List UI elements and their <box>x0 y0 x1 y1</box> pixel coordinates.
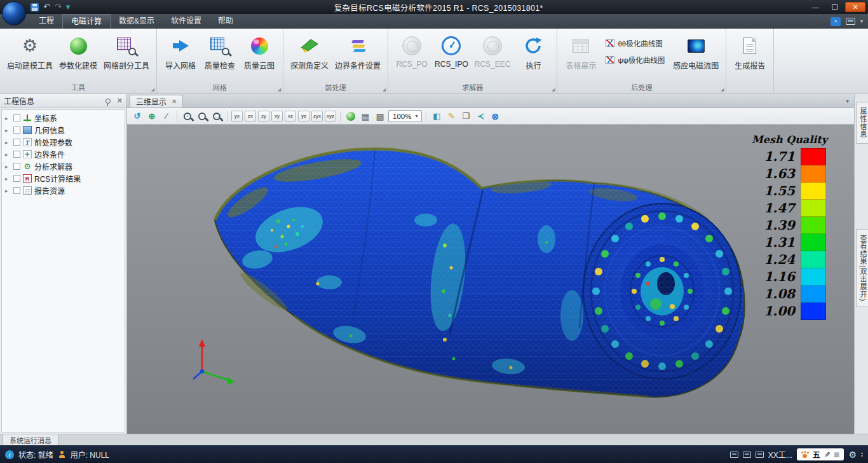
checkbox[interactable] <box>13 151 20 158</box>
group-dialog-launcher-icon[interactable]: ◢ <box>552 87 555 92</box>
view-orientation-button[interactable]: xy <box>271 111 283 121</box>
side-tab-view-results[interactable]: 查看结果(双击展开) <box>856 229 868 307</box>
tree-item-preprocess-params[interactable]: ▸ T 前处理参数 <box>2 136 125 148</box>
ime-toolbar[interactable]: 五 ✎ ▦ <box>797 448 844 460</box>
app-logo-icon[interactable] <box>2 1 26 25</box>
mesh-partition-tool-button[interactable]: 网格剖分工具 <box>100 32 153 71</box>
group-dialog-launcher-icon[interactable]: ◢ <box>278 87 281 92</box>
view-orientation-button[interactable]: xz <box>285 111 296 121</box>
ime-mode-label[interactable]: 五 <box>813 449 820 460</box>
copy-view-icon[interactable]: ❐ <box>459 110 472 123</box>
view-orientation-button[interactable]: zy <box>258 111 269 121</box>
tree-item-coordinate-system[interactable]: ▸ 坐标系 <box>2 112 125 124</box>
menu-tab-help[interactable]: 帮助 <box>210 14 241 29</box>
solver-rcs-po-button[interactable]: RCS_PO <box>392 32 431 69</box>
tree-item-boundary-conditions[interactable]: ▸ ✛ 边界条件 <box>2 148 125 160</box>
collapse-ribbon-icon[interactable]: ˄ <box>831 17 841 26</box>
quality-check-button[interactable]: 质量检查 <box>200 32 240 71</box>
menu-tab-em-computation[interactable]: 电磁计算 <box>62 14 111 29</box>
tree-item-analysis-solver[interactable]: ▸ ⚙ 分析求解器 <box>2 160 125 172</box>
wireframe-view-icon[interactable]: ▦ <box>359 110 372 123</box>
pin-icon[interactable] <box>105 99 111 104</box>
share-icon[interactable]: ≺ <box>474 110 487 123</box>
menu-tab-settings[interactable]: 软件设置 <box>163 14 210 29</box>
viewport-3d[interactable]: Mesh Quality 1.71 1.63 1.55 1.47 1.39 1.… <box>127 125 854 434</box>
induced-current-map-button[interactable]: 感应电磁流图 <box>670 32 722 71</box>
quality-cloud-button[interactable]: 质量云图 <box>240 32 279 71</box>
minimize-button[interactable]: — <box>807 2 824 12</box>
maximize-button[interactable] <box>826 2 843 12</box>
solver-rcs-eec-button[interactable]: RCS_EEC <box>471 32 514 69</box>
zoom-level-select[interactable]: 100% ▾ <box>388 110 422 122</box>
psi-polarization-curve-button[interactable]: ψψ极化曲线图 <box>603 53 667 66</box>
window-layout-icon[interactable] <box>756 452 764 458</box>
settings-gear-icon[interactable]: ⚙ <box>848 450 857 460</box>
display-settings-icon[interactable] <box>846 18 855 25</box>
rotate-view-icon[interactable]: ↺ <box>131 110 144 123</box>
ime-logo-icon[interactable] <box>801 451 809 459</box>
mesh-view-icon[interactable]: ▩ <box>374 110 386 123</box>
probe-angle-button[interactable]: 探测角定义 <box>287 32 332 71</box>
section-view-icon[interactable]: ◧ <box>430 110 443 123</box>
checkbox[interactable] <box>13 163 20 170</box>
close-button[interactable]: ✕ <box>845 2 865 12</box>
tab-3d-display[interactable]: 三维显示 ✕ <box>130 95 183 107</box>
view-orientation-button[interactable]: yz <box>298 111 309 121</box>
ime-skin-icon[interactable]: ✎ <box>823 452 831 457</box>
generate-report-button[interactable]: 生成报告 <box>730 32 770 71</box>
window-layout-icon[interactable] <box>730 452 738 458</box>
fit-view-icon[interactable]: ⊕ <box>146 110 158 123</box>
checkbox[interactable] <box>13 139 20 146</box>
import-mesh-button[interactable]: 导入网格 <box>161 32 200 71</box>
redo-icon[interactable]: ↷ <box>55 0 62 14</box>
panel-close-icon[interactable]: ✕ <box>117 97 123 105</box>
view-orientation-button[interactable]: zx <box>245 111 256 121</box>
expand-arrow-icon[interactable]: ▸ <box>5 115 11 121</box>
draw-line-icon[interactable]: ∕ <box>160 110 173 123</box>
zoom-out-icon[interactable]: − <box>196 110 208 123</box>
tree-item-rcs-results[interactable]: ▸ R RCS计算结果 <box>2 172 125 184</box>
view-orientation-button[interactable]: zyx <box>311 111 323 121</box>
boundary-settings-button[interactable]: 边界条件设置 <box>332 32 384 71</box>
zoom-window-icon[interactable]: □ <box>210 110 223 123</box>
undo-icon[interactable]: ↶ <box>43 0 50 14</box>
solver-rcs-ipo-button[interactable]: RCS_IPO <box>431 32 471 69</box>
expand-arrow-icon[interactable]: ▸ <box>5 163 11 170</box>
tab-close-icon[interactable]: ✕ <box>172 98 177 105</box>
ime-toolbox-icon[interactable]: ▦ <box>834 451 839 458</box>
tree-item-report-resources[interactable]: ▸ 报告资源 <box>2 184 125 197</box>
group-dialog-launcher-icon[interactable]: ◢ <box>151 87 154 92</box>
parametric-modeling-button[interactable]: 参数化建模 <box>56 32 100 71</box>
side-tab-properties[interactable]: 属性信息 <box>856 102 868 144</box>
group-dialog-launcher-icon[interactable]: ◢ <box>721 87 724 92</box>
clear-view-icon[interactable]: ⊗ <box>489 110 501 123</box>
save-icon[interactable] <box>31 3 39 11</box>
execute-button[interactable]: 执行 <box>513 32 553 71</box>
zoom-in-icon[interactable]: + <box>181 110 194 123</box>
menu-tab-project[interactable]: 工程 <box>31 14 62 29</box>
expand-arrow-icon[interactable]: ▸ <box>5 188 11 194</box>
expand-arrow-icon[interactable]: ▸ <box>5 127 11 134</box>
checkbox[interactable] <box>13 175 20 182</box>
checkbox[interactable] <box>13 114 20 121</box>
annotate-icon[interactable]: ✎ <box>445 110 458 123</box>
tab-list-dropdown-icon[interactable]: ▾ <box>846 98 849 104</box>
theta-polarization-curve-button[interactable]: θθ极化曲线图 <box>603 37 667 50</box>
model-3d-view[interactable] <box>127 125 854 434</box>
checkbox[interactable] <box>13 127 20 134</box>
shaded-view-icon[interactable] <box>344 110 357 123</box>
launch-modeler-button[interactable]: ⚙ 启动建模工具 <box>4 32 56 71</box>
table-display-button[interactable]: 表格展示 <box>561 32 600 71</box>
expand-arrow-icon[interactable]: ▸ <box>5 176 11 182</box>
expand-arrow-icon[interactable]: ▸ <box>5 139 11 146</box>
tree-item-geometry-info[interactable]: ▸ 几何信息 <box>2 124 125 136</box>
resize-grip-icon[interactable]: ▴▾ <box>861 452 863 458</box>
window-layout-icon[interactable] <box>743 452 751 458</box>
menu-tab-data-display[interactable]: 数据&显示 <box>111 14 163 29</box>
view-orientation-button[interactable]: xyz <box>325 111 336 121</box>
chevron-down-icon[interactable]: ▾ <box>860 18 863 24</box>
view-orientation-button[interactable]: yx <box>231 111 243 121</box>
checkbox[interactable] <box>13 187 20 194</box>
group-dialog-launcher-icon[interactable]: ◢ <box>383 87 386 92</box>
expand-arrow-icon[interactable]: ▸ <box>5 151 11 158</box>
